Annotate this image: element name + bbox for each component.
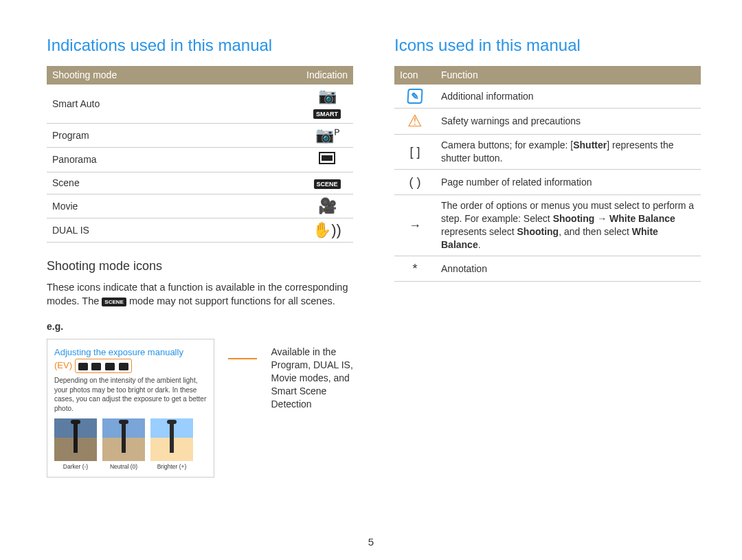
indications-heading: Indications used in this manual: [47, 34, 353, 56]
camera-smart-icon: 📷SMART: [301, 85, 353, 124]
table-row: Movie 🎥: [47, 194, 353, 219]
mode-label: DUAL IS: [47, 219, 301, 243]
callout-connector: [228, 358, 257, 359]
table-row: Smart Auto 📷SMART: [47, 85, 353, 124]
table-row: Scene SCENE: [47, 172, 353, 194]
left-column: Indications used in this manual Shooting…: [47, 34, 353, 478]
fn-text: Additional information: [436, 85, 701, 109]
example-thumbs: Darker (-) Neutral (0) Brighter (+): [54, 418, 207, 471]
mini-mode-icon: [91, 363, 101, 370]
thumb-darker: Darker (-): [54, 418, 97, 471]
mode-chip-row: [75, 359, 132, 374]
fn-text: Page number of related information: [436, 169, 701, 194]
th-shooting-mode: Shooting mode: [47, 66, 301, 85]
thumbnail-image: [54, 418, 97, 461]
mini-mode-icon: [119, 363, 128, 370]
thumbnail-caption: Brighter (+): [150, 463, 193, 471]
table-row: Panorama: [47, 148, 353, 172]
brackets-icon: [ ]: [394, 135, 436, 170]
movie-icon: 🎥: [301, 194, 353, 219]
shooting-mode-icons-heading: Shooting mode icons: [47, 258, 353, 274]
scene-icon: SCENE: [301, 172, 353, 194]
thumb-brighter: Brighter (+): [150, 418, 193, 471]
mini-mode-icon: [78, 363, 88, 370]
thumbnail-image: [102, 418, 145, 461]
thumbnail-caption: Darker (-): [54, 463, 97, 471]
table-row: ( ) Page number of related information: [394, 169, 701, 194]
table-row: [ ] Camera buttons; for example: [Shutte…: [394, 135, 701, 170]
table-row: * Annotation: [394, 256, 701, 281]
panorama-icon: [301, 148, 353, 172]
scene-icon: SCENE: [102, 298, 126, 306]
table-row: ⚠ Safety warnings and precautions: [394, 109, 701, 135]
th-function: Function: [436, 66, 701, 85]
mode-label: Movie: [47, 194, 301, 219]
icons-table: Icon Function ✎ Additional information ⚠…: [394, 66, 701, 282]
example-callout: Available in the Program, DUAL IS, Movie…: [271, 339, 353, 410]
fn-text: The order of options or menus you must s…: [436, 195, 701, 256]
table-row: ✎ Additional information: [394, 85, 701, 109]
table-row: → The order of options or menus you must…: [394, 195, 701, 256]
mini-mode-icon: [105, 363, 115, 370]
example-body: Depending on the intensity of the ambien…: [54, 376, 207, 413]
table-row: DUAL IS ✋)): [47, 219, 353, 243]
thumb-neutral: Neutral (0): [102, 418, 145, 471]
th-indication: Indication: [301, 66, 353, 85]
warning-icon: ⚠: [394, 109, 436, 135]
table-row: Program 📷ᴾ: [47, 124, 353, 148]
arrow-icon: →: [394, 195, 436, 256]
dual-is-icon: ✋)): [301, 219, 353, 243]
example-block: Adjusting the exposure manually (EV) Dep…: [47, 339, 353, 478]
th-icon: Icon: [394, 66, 436, 85]
example-label: e.g.: [47, 320, 353, 333]
info-icon: ✎: [394, 85, 436, 109]
example-title: Adjusting the exposure manually: [54, 346, 207, 359]
shooting-mode-icons-desc: These icons indicate that a function is …: [47, 281, 353, 308]
page-number: 5: [0, 535, 742, 549]
mode-label: Scene: [47, 172, 301, 194]
camera-p-icon: 📷ᴾ: [301, 124, 353, 148]
example-panel: Adjusting the exposure manually (EV) Dep…: [47, 339, 214, 478]
parens-icon: ( ): [394, 169, 436, 194]
thumbnail-caption: Neutral (0): [102, 463, 145, 471]
indications-table: Shooting mode Indication Smart Auto 📷SMA…: [47, 66, 353, 243]
mode-label: Panorama: [47, 148, 301, 172]
icons-heading: Icons used in this manual: [394, 34, 701, 56]
fn-text: Annotation: [436, 256, 701, 281]
fn-text: Safety warnings and precautions: [436, 109, 701, 135]
asterisk-icon: *: [394, 256, 436, 281]
right-column: Icons used in this manual Icon Function …: [394, 34, 701, 478]
mode-label: Program: [47, 124, 301, 148]
thumbnail-image: [150, 418, 193, 461]
mode-label: Smart Auto: [47, 85, 301, 124]
example-subtitle: (EV): [54, 359, 207, 374]
fn-text: Camera buttons; for example: [Shutter] r…: [436, 135, 701, 170]
